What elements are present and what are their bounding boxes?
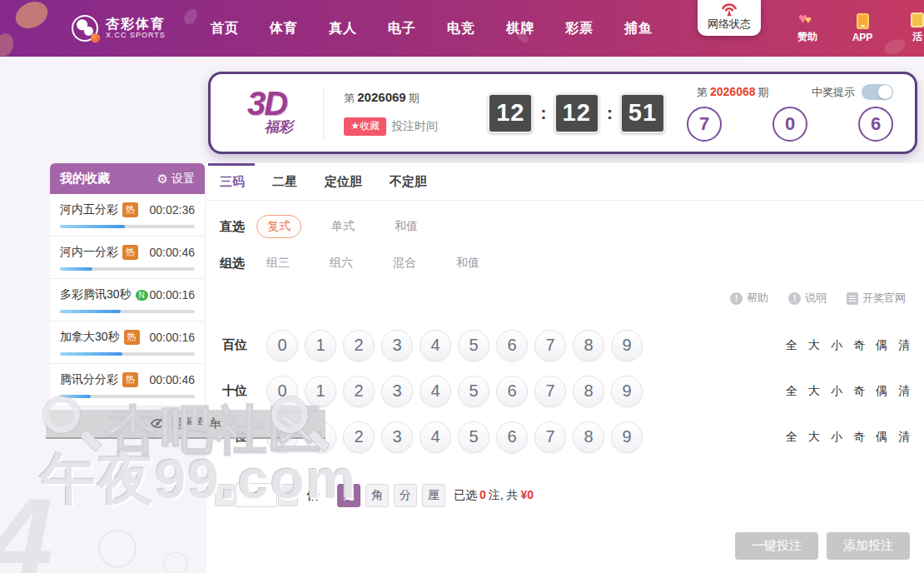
digit-button[interactable]: 6 xyxy=(496,421,528,453)
tab-定位胆[interactable]: 定位胆 xyxy=(325,174,362,190)
favorite-button[interactable]: ★收藏 xyxy=(344,117,386,136)
multiplier-plus-button[interactable]: + xyxy=(278,484,298,506)
digit-button[interactable]: 5 xyxy=(458,330,489,361)
digit-button[interactable]: 2 xyxy=(343,376,375,407)
play-option-单式[interactable]: 单式 xyxy=(321,216,365,237)
digit-button[interactable]: 3 xyxy=(381,376,413,407)
network-status-button[interactable]: 网络状态 xyxy=(698,0,761,36)
quick-select-全[interactable]: 全 xyxy=(786,430,797,445)
progress-bar xyxy=(60,310,195,313)
quick-select-全[interactable]: 全 xyxy=(786,338,797,353)
quick-select-清[interactable]: 清 xyxy=(898,338,910,353)
quick-select-大[interactable]: 大 xyxy=(808,384,820,399)
quick-select-奇[interactable]: 奇 xyxy=(853,384,865,399)
hot-badge: 热 xyxy=(124,330,140,345)
clipped-label: 活 xyxy=(912,30,922,44)
quick-select-大[interactable]: 大 xyxy=(808,338,820,353)
digit-button[interactable]: 1 xyxy=(305,376,336,407)
help-link[interactable]: !帮助 xyxy=(730,291,768,306)
nav-item-棋牌[interactable]: 棋牌 xyxy=(506,20,534,37)
bet-button[interactable]: 添加投注 xyxy=(827,532,910,560)
app-download-button[interactable]: APP xyxy=(844,13,881,43)
play-option-复式[interactable]: 复式 xyxy=(256,215,301,238)
digit-button[interactable]: 7 xyxy=(534,330,566,361)
win-tip-toggle[interactable] xyxy=(862,84,893,100)
site-logo[interactable]: 杏彩体育 X.CC SPORTS xyxy=(72,15,166,42)
digit-button[interactable]: 5 xyxy=(458,421,489,453)
quick-select-小[interactable]: 小 xyxy=(831,384,842,399)
official-draw-link[interactable]: 开奖官网 xyxy=(847,291,906,306)
digit-button[interactable]: 2 xyxy=(343,330,375,361)
digit-button[interactable]: 9 xyxy=(611,330,643,361)
digit-button[interactable]: 6 xyxy=(496,376,528,407)
digit-button[interactable]: 0 xyxy=(266,330,298,361)
digit-button[interactable]: 3 xyxy=(381,421,413,453)
quick-select-清[interactable]: 清 xyxy=(898,384,910,399)
digit-button[interactable]: 6 xyxy=(496,330,528,361)
digit-button[interactable]: 4 xyxy=(420,376,451,407)
sponsor-label: 赞助 xyxy=(797,30,817,44)
favorites-list: 河内五分彩热00:02:36河内一分彩热00:00:46多彩腾讯30秒N00:0… xyxy=(50,194,205,406)
quick-select-小[interactable]: 小 xyxy=(831,430,842,445)
play-option-和值[interactable]: 和值 xyxy=(446,252,489,274)
digit-button[interactable]: 3 xyxy=(381,330,413,361)
settings-button[interactable]: ⚙ 设置 xyxy=(157,172,195,187)
favorite-item[interactable]: 多彩腾讯30秒N00:00:16 xyxy=(50,279,205,321)
digit-button[interactable]: 7 xyxy=(534,421,566,453)
digit-button[interactable]: 9 xyxy=(611,421,643,453)
digit-button[interactable]: 9 xyxy=(611,376,643,407)
progress-fill xyxy=(60,395,91,398)
multiplier-minus-button[interactable]: - xyxy=(215,484,235,506)
digit-button[interactable]: 1 xyxy=(305,330,336,361)
quick-select-偶[interactable]: 偶 xyxy=(876,430,887,445)
digit-button[interactable]: 5 xyxy=(458,376,489,407)
nav-item-电竞[interactable]: 电竞 xyxy=(447,20,475,37)
favorite-item[interactable]: 加拿大30秒热00:00:16 xyxy=(50,321,205,364)
favorite-item[interactable]: 河内五分彩热00:02:36 xyxy=(50,194,205,237)
clipped-action-button[interactable]: 活 xyxy=(899,12,924,44)
nav-item-真人[interactable]: 真人 xyxy=(329,20,357,37)
play-option-混合[interactable]: 混合 xyxy=(383,252,426,274)
unit-button-分[interactable]: 分 xyxy=(394,484,417,507)
digit-button[interactable]: 0 xyxy=(266,376,298,407)
quick-select-偶[interactable]: 偶 xyxy=(876,338,887,353)
digit-button[interactable]: 2 xyxy=(343,421,375,453)
digit-button[interactable]: 7 xyxy=(534,376,566,407)
quick-select-偶[interactable]: 偶 xyxy=(876,384,887,399)
tab-二星[interactable]: 二星 xyxy=(272,174,297,190)
favorite-item-row: 河内五分彩热00:02:36 xyxy=(60,202,195,217)
unit-button-角[interactable]: 角 xyxy=(365,484,389,507)
digit-button[interactable]: 4 xyxy=(420,421,451,453)
favorite-item[interactable]: 河内一分彩热00:00:46 xyxy=(50,237,205,279)
play-option-组六[interactable]: 组六 xyxy=(320,252,363,274)
nav-item-体育[interactable]: 体育 xyxy=(270,20,298,37)
nav-item-首页[interactable]: 首页 xyxy=(211,20,239,37)
quick-select-清[interactable]: 清 xyxy=(898,430,910,445)
play-option-和值[interactable]: 和值 xyxy=(385,216,428,237)
quick-select-大[interactable]: 大 xyxy=(808,430,820,445)
quick-select-奇[interactable]: 奇 xyxy=(853,430,865,445)
unit-button-元[interactable]: 元 xyxy=(337,484,360,507)
multiplier-input[interactable] xyxy=(236,483,277,507)
digit-button[interactable]: 8 xyxy=(573,421,604,453)
play-option-组三[interactable]: 组三 xyxy=(256,252,300,274)
nav-item-电子[interactable]: 电子 xyxy=(388,20,416,37)
digit-button[interactable]: 8 xyxy=(573,376,604,407)
digit-button[interactable]: 8 xyxy=(573,330,604,361)
sponsor-button[interactable]: ♥♥ 赞助 xyxy=(789,12,826,44)
quick-select-小[interactable]: 小 xyxy=(831,338,842,353)
unit-button-厘[interactable]: 厘 xyxy=(422,484,445,507)
lottery-logo: 3D 福彩 xyxy=(211,89,323,137)
favorite-item[interactable]: 腾讯分分彩热00:00:46 xyxy=(50,364,205,406)
bet-button[interactable]: 一键投注 xyxy=(735,532,818,560)
hide-menu-button[interactable]: 隐藏菜单 xyxy=(46,410,325,439)
tab-三码[interactable]: 三码 xyxy=(220,174,245,190)
nav-item-彩票[interactable]: 彩票 xyxy=(565,20,594,37)
countdown-label: 00:00:16 xyxy=(150,331,196,344)
nav-item-捕鱼[interactable]: 捕鱼 xyxy=(624,20,653,37)
quick-select-全[interactable]: 全 xyxy=(786,384,797,399)
instructions-link[interactable]: !说明 xyxy=(788,291,827,306)
digit-button[interactable]: 4 xyxy=(420,330,451,361)
tab-不定胆[interactable]: 不定胆 xyxy=(390,174,427,190)
quick-select-奇[interactable]: 奇 xyxy=(853,338,865,353)
